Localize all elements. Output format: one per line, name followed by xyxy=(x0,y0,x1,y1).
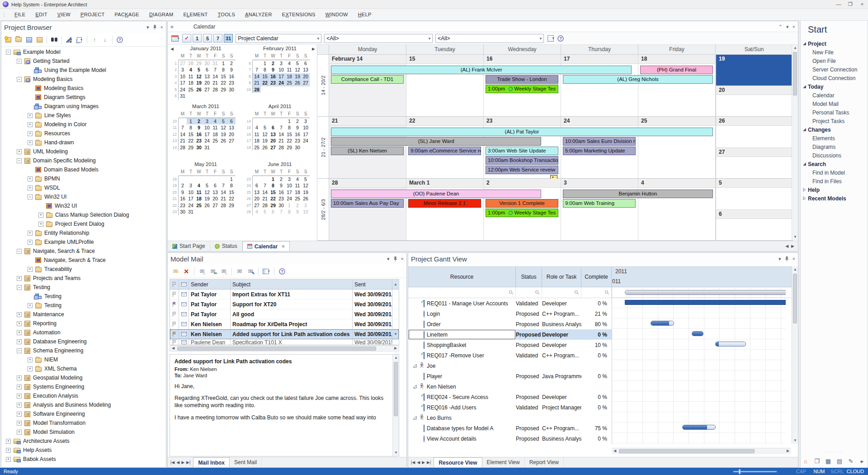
mini-day[interactable]: 14 xyxy=(261,189,269,196)
mail-list-row[interactable]: Pat TaylorImport Extras for XT11Wed 30/0… xyxy=(170,290,399,299)
mini-day[interactable]: 28 xyxy=(211,86,219,93)
mini-day[interactable]: 15 xyxy=(187,131,195,138)
tree-expander-icon[interactable]: + xyxy=(28,140,33,145)
move-up-icon[interactable]: ↑ xyxy=(90,36,99,44)
mini-day[interactable]: 19 xyxy=(203,195,211,202)
tree-expander-icon[interactable]: + xyxy=(28,113,33,118)
mini-day[interactable]: 27 xyxy=(227,138,236,144)
flag-icon[interactable] xyxy=(170,329,179,339)
mini-day[interactable]: 16 xyxy=(293,131,302,138)
menu-view[interactable]: VIEW xyxy=(52,9,75,20)
scroll-up-icon[interactable]: ▲ xyxy=(792,45,798,51)
mail-list-header[interactable]: SenderSubjectSent▲ xyxy=(170,280,399,290)
next-tab-icon[interactable]: ▶ xyxy=(422,460,425,465)
close-button[interactable]: × xyxy=(856,0,868,9)
tree-item[interactable]: Navigate, Search & Trace xyxy=(1,256,165,265)
tree-item[interactable]: −Testing xyxy=(1,283,165,292)
tree-item[interactable]: −Example Model xyxy=(1,48,165,57)
collapse-triangle-icon[interactable] xyxy=(801,84,808,90)
tree-expander-icon[interactable]: + xyxy=(6,457,11,462)
mini-day[interactable]: 14 xyxy=(211,73,219,80)
help-icon[interactable]: ? xyxy=(278,267,286,276)
mini-day[interactable]: 2 xyxy=(227,60,236,67)
mini-day[interactable]: 27 xyxy=(211,202,219,209)
filter-select-2[interactable]: <All>▾ xyxy=(435,34,544,43)
tree-item[interactable]: +BPMN xyxy=(1,174,165,183)
mini-day[interactable]: 22 xyxy=(285,138,293,144)
calendar-vertical-scrollbar[interactable]: ▲ ▼ xyxy=(792,45,798,240)
tab-report-view[interactable]: Report View xyxy=(525,457,564,467)
calendar-event[interactable]: 12:00pm Web Service reveiw xyxy=(486,166,558,174)
start-link-model-mail[interactable]: Model Mail xyxy=(801,100,867,108)
calendar-day-cell[interactable]: 25 xyxy=(638,117,716,178)
mini-day[interactable]: 30 xyxy=(195,144,203,151)
forward-icon[interactable]: ✉→ xyxy=(220,267,228,276)
mini-day[interactable]: 12 xyxy=(195,73,203,80)
mail-list-row[interactable]: Ken NielsenRoadmap for X#Delta ProjectWe… xyxy=(170,319,399,329)
checklist-icon[interactable]: ▾ xyxy=(547,34,555,43)
mini-day[interactable]: 25 xyxy=(195,202,203,209)
mini-day[interactable]: 5 xyxy=(293,60,302,67)
mini-day[interactable]: 29 xyxy=(269,202,277,209)
mini-day[interactable]: 7 xyxy=(179,124,187,131)
collapse-triangle-icon[interactable] xyxy=(801,161,808,167)
tree-item[interactable]: −Getting Started xyxy=(1,57,165,66)
panel-menu-icon[interactable]: ▾ xyxy=(387,256,390,261)
mini-day[interactable]: 25 xyxy=(253,144,261,151)
mini-day[interactable]: 14 xyxy=(219,189,227,196)
calendar-event[interactable]: (AL) Pat Taylor xyxy=(331,128,713,136)
help-icon[interactable]: ? xyxy=(116,36,124,44)
tree-item[interactable]: +Software Engineering xyxy=(1,409,165,418)
mini-day[interactable]: 28 xyxy=(179,144,187,151)
menu-tools[interactable]: TOOLS xyxy=(213,9,241,20)
collapse-triangle-icon[interactable] xyxy=(801,127,808,133)
tab-scroll-right-icon[interactable]: ▶ xyxy=(791,244,794,248)
tree-expander-icon[interactable]: + xyxy=(28,267,33,272)
mini-day[interactable]: 27 xyxy=(179,60,187,67)
mini-day[interactable] xyxy=(187,93,195,100)
mini-day[interactable] xyxy=(195,93,203,100)
mini-day[interactable]: 31 xyxy=(187,209,195,215)
mini-day[interactable]: 8 xyxy=(261,66,269,73)
mini-day[interactable]: 2 xyxy=(195,118,203,125)
tree-item[interactable]: +Entity Relationship xyxy=(1,228,165,238)
mini-day[interactable] xyxy=(179,176,187,183)
calendar-weekend-cell[interactable]: 20 xyxy=(716,86,793,116)
mini-day[interactable]: 13 xyxy=(211,189,219,196)
mini-day[interactable]: 4 xyxy=(293,176,302,183)
mini-day[interactable]: 14 xyxy=(179,131,187,138)
tree-item[interactable]: +Example UMLProfile xyxy=(1,238,165,247)
calendar-day-cell[interactable]: February 14 xyxy=(329,55,406,116)
tree-expander-icon[interactable]: + xyxy=(17,330,22,335)
calendar-event[interactable]: (SL) Ken Nielsen xyxy=(331,147,404,155)
mini-day[interactable] xyxy=(219,144,227,151)
calendar-event[interactable]: 9:00am eCommerce Service re xyxy=(408,147,481,155)
tree-item[interactable]: +Model Transformation xyxy=(1,418,165,428)
tree-expander-icon[interactable]: + xyxy=(38,222,43,227)
mini-day[interactable]: 20 xyxy=(269,138,277,144)
start-group-changes[interactable]: Changes xyxy=(801,125,867,134)
mini-day[interactable]: 6 xyxy=(269,124,277,131)
mini-day[interactable]: 9 xyxy=(227,66,236,73)
mini-day[interactable]: 6 xyxy=(227,118,236,125)
mini-day[interactable]: 10 xyxy=(203,124,211,131)
pin-icon[interactable] xyxy=(393,256,397,261)
tree-expander-icon[interactable]: + xyxy=(6,448,11,453)
mini-day[interactable]: 15 xyxy=(269,189,277,196)
mini-day[interactable]: 19 xyxy=(293,73,302,80)
mini-day[interactable]: 8 xyxy=(227,182,236,189)
mini-day[interactable]: 30 xyxy=(179,209,187,215)
calendar-event[interactable]: 5:00pm Marketing Update xyxy=(563,147,636,155)
reply-all-icon[interactable]: ✉⇐ xyxy=(209,267,217,276)
mini-day[interactable]: 22 xyxy=(227,195,236,202)
mini-day[interactable]: 1 xyxy=(227,176,236,183)
flag-icon[interactable] xyxy=(170,319,179,329)
mini-day[interactable]: 23 xyxy=(179,202,187,209)
mini-day[interactable]: 12 xyxy=(293,66,302,73)
calendar-event[interactable]: (OO) Paulene Dean xyxy=(331,190,541,198)
mini-day[interactable]: 3 xyxy=(285,176,293,183)
mini-day[interactable]: 21 xyxy=(253,80,261,86)
last-tab-icon[interactable]: ▶| xyxy=(186,460,190,465)
mini-day[interactable]: 4 xyxy=(253,209,261,215)
mini-day[interactable] xyxy=(293,86,302,93)
